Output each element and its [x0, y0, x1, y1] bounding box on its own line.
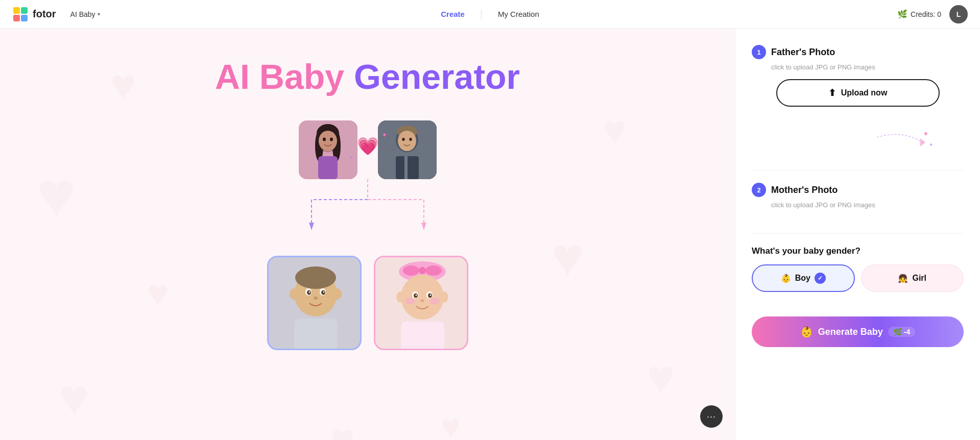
svg-point-67: [429, 295, 431, 296]
more-options-icon: ···: [707, 411, 716, 422]
avatar-letter: L: [957, 10, 961, 18]
step1-subtitle: click to upload JPG or PNG images: [752, 63, 964, 71]
upload-icon: ⬆: [828, 87, 836, 99]
svg-text:♥: ♥: [147, 273, 169, 313]
step2-number: 2: [752, 183, 766, 197]
father-upload-button[interactable]: ⬆ Upload now: [776, 79, 940, 107]
section-divider-2: [752, 233, 964, 234]
svg-rect-52: [294, 319, 338, 350]
svg-point-68: [405, 298, 415, 305]
fotor-logo-icon: [12, 6, 29, 22]
header-nav: Create My Creation: [441, 9, 539, 19]
gender-girl-button[interactable]: 👧 Girl: [861, 264, 964, 292]
step2-title: Mother's Photo: [771, 185, 838, 195]
boy-check-icon: ✓: [815, 273, 826, 284]
svg-point-32: [398, 131, 416, 151]
svg-point-27: [330, 138, 333, 141]
flourish-area: ✦ ✦: [752, 127, 964, 158]
title-generator: Generator: [354, 57, 520, 96]
gender-question: What's your baby gender?: [752, 246, 964, 256]
svg-point-57: [425, 265, 442, 276]
svg-point-60: [396, 291, 405, 303]
credits-label: Credits: 0: [911, 10, 941, 18]
svg-point-61: [439, 291, 448, 303]
page-title: AI Baby Generator: [215, 59, 520, 94]
svg-text:♥: ♥: [331, 415, 355, 440]
step1-number: 1: [752, 45, 766, 59]
svg-point-50: [323, 291, 324, 293]
svg-point-66: [415, 295, 417, 296]
baby-girl-demo: [374, 256, 468, 350]
gender-section: What's your baby gender? 👶 Boy ✓ 👧 Girl: [752, 246, 964, 304]
heart-between: 💗 ✦ ✦: [357, 136, 378, 156]
svg-point-26: [323, 138, 326, 141]
decorative-arrow: ✦ ✦: [872, 127, 933, 158]
right-panel: 1 Father's Photo click to upload JPG or …: [735, 29, 980, 440]
girl-label: Girl: [912, 274, 926, 283]
svg-marker-72: [920, 138, 925, 146]
generate-baby-icon: 👶: [800, 326, 813, 338]
step1-title: Father's Photo: [771, 47, 835, 58]
svg-rect-1: [13, 7, 20, 14]
svg-text:♥: ♥: [110, 60, 136, 109]
left-panel: .h{fill:none;stroke:#e8c0cc;stroke-width…: [0, 29, 735, 440]
svg-text:♥: ♥: [551, 226, 584, 288]
svg-point-42: [295, 266, 336, 289]
svg-point-25: [319, 131, 337, 151]
mother-demo-photo: [299, 120, 357, 179]
main-content: .h{fill:none;stroke:#e8c0cc;stroke-width…: [0, 29, 980, 440]
svg-point-58: [419, 267, 426, 274]
svg-text:♥: ♥: [441, 408, 460, 440]
connector-lines: [281, 174, 455, 230]
user-avatar[interactable]: L: [949, 5, 968, 23]
svg-rect-71: [401, 322, 444, 350]
svg-point-49: [308, 291, 310, 293]
svg-point-59: [401, 275, 444, 320]
svg-marker-37: [309, 223, 314, 230]
svg-text:♥: ♥: [647, 350, 675, 404]
step2-section: 2 Mother's Photo click to upload JPG or …: [752, 183, 964, 217]
step2-subtitle: click to upload JPG or PNG images: [752, 201, 964, 209]
generate-credits-badge: 🌿 -4: [888, 327, 915, 337]
more-options-button[interactable]: ···: [700, 405, 723, 428]
ai-baby-dropdown-button[interactable]: AI Baby ▾: [66, 8, 104, 20]
ai-baby-label: AI Baby: [70, 10, 95, 18]
svg-text:♥: ♥: [22, 29, 57, 39]
chevron-down-icon: ▾: [98, 11, 100, 17]
svg-marker-38: [421, 223, 426, 230]
gender-boy-button[interactable]: 👶 Boy ✓: [752, 264, 855, 292]
baby-boy-demo: [267, 256, 362, 350]
svg-point-56: [403, 265, 419, 276]
svg-text:♥: ♥: [37, 158, 76, 231]
nav-create-link[interactable]: Create: [441, 10, 465, 18]
girl-emoji: 👧: [898, 274, 908, 283]
parents-row: 💗 ✦ ✦: [240, 120, 495, 179]
boy-label: Boy: [795, 274, 810, 283]
nav-my-creation-link[interactable]: My Creation: [498, 10, 539, 18]
step1-section: 1 Father's Photo click to upload JPG or …: [752, 45, 964, 111]
upload-label: Upload now: [841, 88, 888, 97]
svg-point-34: [409, 138, 412, 141]
step1-header: 1 Father's Photo: [752, 45, 964, 59]
svg-point-70: [420, 299, 424, 302]
svg-point-33: [402, 138, 404, 141]
step2-header: 2 Mother's Photo: [752, 183, 964, 197]
nav-divider: [481, 9, 482, 19]
credits-area: 🌿 Credits: 0: [897, 9, 941, 19]
svg-rect-3: [13, 15, 20, 21]
header-right: 🌿 Credits: 0 L: [897, 5, 968, 23]
babies-row: [266, 256, 470, 350]
logo-text: fotor: [33, 8, 56, 20]
logo-area: fotor: [12, 6, 56, 22]
title-ai: AI Baby: [215, 57, 354, 96]
svg-point-51: [314, 297, 318, 300]
svg-text:✦: ✦: [923, 130, 929, 138]
svg-text:✦: ✦: [929, 142, 933, 148]
leaf-icon: 🌿: [897, 9, 907, 19]
generate-baby-button[interactable]: 👶 Generate Baby 🌿 -4: [752, 316, 964, 347]
svg-point-69: [429, 298, 440, 305]
generate-label: Generate Baby: [818, 327, 883, 337]
header: fotor AI Baby ▾ Create My Creation 🌿 Cre…: [0, 0, 980, 29]
svg-rect-4: [21, 15, 28, 21]
svg-point-43: [290, 288, 299, 300]
